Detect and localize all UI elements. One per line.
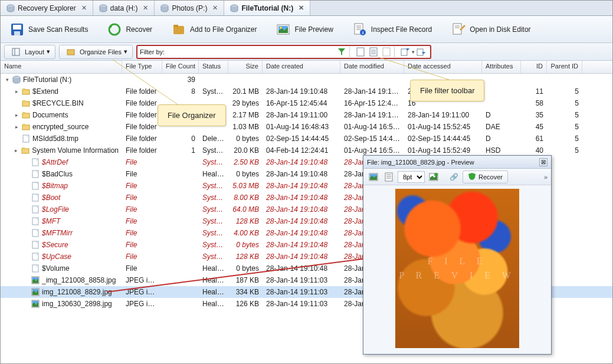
callout-organizer: File Organizer [158,104,226,126]
callout-filter: File filter toolbar [410,80,484,101]
preview-recover-label: Recover [478,173,503,181]
preview-window[interactable]: File: img_121008_8829.jpg - Preview ⊠ 8p… [363,155,552,355]
text-view-icon[interactable] [383,172,394,182]
callout-filter-text: File filter toolbar [420,86,474,95]
svg-line-62 [378,57,449,80]
svg-line-63 [107,255,390,292]
picture-icon[interactable] [368,172,379,182]
preview-title-text: File: img_121008_8829.jpg - Preview [367,159,474,166]
preview-image: F I L EP R E V I E W [395,189,519,348]
refresh-icon[interactable] [428,172,439,182]
preview-watermark: F I L EP R E V I E W [399,254,516,283]
preview-recover-button[interactable]: Recover [463,170,508,183]
fontsize-select[interactable]: 8pt [398,171,425,183]
svg-line-61 [113,60,178,104]
link-icon[interactable]: 🔗 [448,172,459,182]
shield-icon [468,172,476,182]
more-icon[interactable]: » [544,173,548,181]
close-icon[interactable]: ⊠ [539,158,548,166]
preview-titlebar[interactable]: File: img_121008_8829.jpg - Preview ⊠ [363,156,551,169]
svg-rect-66 [385,173,392,181]
svg-point-71 [434,173,438,176]
callout-organizer-text: File Organizer [168,111,216,120]
preview-toolbar: 8pt 🔗 Recover » [363,169,551,185]
